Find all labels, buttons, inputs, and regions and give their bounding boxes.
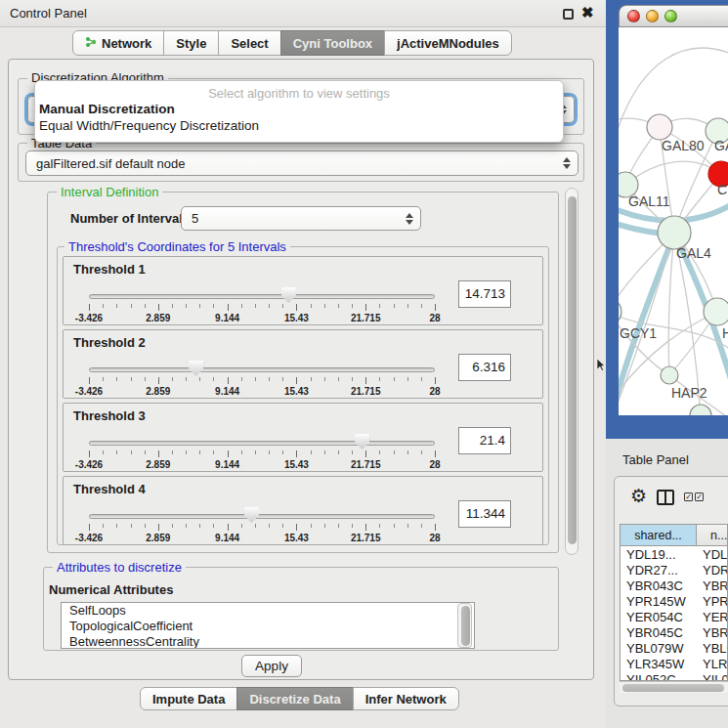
table-row[interactable]: YLR345WYLR3 <box>621 656 728 671</box>
network-node-gal80[interactable] <box>647 114 672 140</box>
attribute-list-item[interactable]: TopologicalCoefficient <box>62 619 474 634</box>
cell-name[interactable]: YLR3 <box>703 657 728 671</box>
threshold-slider-track[interactable] <box>89 294 435 299</box>
popup-item-equal-width-frequency[interactable]: Equal Width/Frequency Discretization <box>35 117 563 134</box>
tab-network[interactable]: Network <box>72 30 164 56</box>
attributes-list-scrollbar[interactable] <box>457 603 472 648</box>
attribute-list-item[interactable]: BetweennessCentrality <box>62 634 474 649</box>
cell-name[interactable]: YDL1 <box>703 547 728 562</box>
cell-shared-name[interactable]: YER054C <box>626 610 683 624</box>
gear-icon[interactable]: ⚙ <box>630 487 647 505</box>
threshold-label: Threshold 3 <box>73 408 146 423</box>
threshold-slider-track[interactable] <box>89 514 435 519</box>
control-panel-window: Control Panel ✖ Network Style Select Cyn… <box>0 0 606 728</box>
table-hscrollbar-thumb[interactable] <box>622 684 724 692</box>
close-icon[interactable]: ✖ <box>581 4 594 21</box>
table-row[interactable]: YBR043CYBR0 <box>621 578 728 593</box>
threshold-value-field[interactable]: 6.316 <box>458 354 511 381</box>
cell-name[interactable]: YBL0 <box>703 641 728 656</box>
network-canvas[interactable]: GAL80GACGAL11GAL4GCY1HHAP2 <box>619 27 728 415</box>
cell-shared-name[interactable]: YBR043C <box>626 578 683 593</box>
column-layout-icon[interactable] <box>657 490 674 505</box>
threshold-slider-thumb[interactable] <box>189 361 203 376</box>
settings-scrollbar[interactable] <box>565 188 578 555</box>
network-window-titlebar[interactable] <box>619 5 728 27</box>
numerical-attributes-list[interactable]: SelfLoopsTopologicalCoefficientBetweenne… <box>61 602 475 649</box>
threshold-label: Threshold 2 <box>73 335 146 350</box>
tab-style[interactable]: Style <box>163 30 219 56</box>
threshold-value-field[interactable]: 21.4 <box>458 427 511 454</box>
tab-select[interactable]: Select <box>218 30 280 56</box>
network-canvas-svg: GAL80GACGAL11GAL4GCY1HHAP2 <box>619 27 728 415</box>
node-table[interactable]: shared... n... YDL19...YDL1YDR27...YDR2Y… <box>620 524 728 681</box>
tab-cyni-toolbox[interactable]: Cyni Toolbox <box>280 30 385 56</box>
table-row[interactable]: YIL052CYIL0 <box>621 671 728 681</box>
combo-arrows-icon <box>406 213 413 225</box>
mouse-cursor <box>597 358 606 375</box>
tab-label: Infer Network <box>365 692 447 707</box>
minimize-traffic-light[interactable] <box>646 10 659 22</box>
checkbox-icon[interactable]: ✓ <box>695 492 704 501</box>
node-label-red-node: C <box>717 182 727 197</box>
column-header-name[interactable]: n... <box>697 525 728 546</box>
network-node-gal4[interactable] <box>658 216 691 249</box>
cell-name[interactable]: YBR0 <box>703 578 728 593</box>
threshold-slider-track[interactable] <box>89 441 435 446</box>
network-node-right-mid[interactable] <box>704 298 728 325</box>
table-row[interactable]: YBL079WYBL0 <box>621 640 728 656</box>
tab-label: Discretize Data <box>249 692 340 707</box>
cell-shared-name[interactable]: YIL052C <box>626 672 676 681</box>
threshold-value-field[interactable]: 14.713 <box>458 280 511 308</box>
table-hscrollbar[interactable] <box>620 681 728 693</box>
table-row[interactable]: YPR145WYPR1 <box>621 593 728 609</box>
table-row[interactable]: YDR27...YDR2 <box>621 562 728 578</box>
float-window-icon[interactable] <box>563 9 574 20</box>
node-label-top-right: GA <box>714 138 728 153</box>
attribute-list-item[interactable]: SelfLoops <box>62 603 474 619</box>
combo-arrows-icon <box>563 157 571 169</box>
table-row[interactable]: YBR045CYBR0 <box>621 624 728 640</box>
threshold-slider-track[interactable] <box>89 367 435 372</box>
tab-jactivemnodules[interactable]: jActiveMNodules <box>384 30 512 56</box>
node-label-gcy1: GCY1 <box>620 325 657 341</box>
table-data-combobox[interactable]: galFiltered.sif default node <box>25 150 578 176</box>
threshold-value-field[interactable]: 11.344 <box>458 500 511 528</box>
cell-shared-name[interactable]: YLR345W <box>626 657 684 671</box>
settings-scrollbar-thumb[interactable] <box>568 196 577 544</box>
node-label-gal80: GAL80 <box>662 138 705 153</box>
tab-impute-data[interactable]: Impute Data <box>140 687 237 710</box>
cell-name[interactable]: YIL0 <box>703 672 728 681</box>
network-node-bottom-node[interactable] <box>690 405 711 415</box>
cell-shared-name[interactable]: YDL19... <box>626 547 676 562</box>
apply-button[interactable]: Apply <box>241 655 302 677</box>
node-label-hap2: HAP2 <box>671 385 707 401</box>
checkbox-icon[interactable]: ✓ <box>684 492 693 501</box>
table-row[interactable]: YDL19...YDL1 <box>621 546 728 562</box>
table-row[interactable]: YER054CYER0 <box>621 609 728 624</box>
close-traffic-light[interactable] <box>627 10 640 22</box>
zoom-traffic-light[interactable] <box>664 10 677 22</box>
tab-infer-network[interactable]: Infer Network <box>353 687 459 710</box>
window-title: Control Panel <box>10 6 87 21</box>
network-node-gcy1[interactable] <box>619 298 621 325</box>
threshold-panel: Threshold 1 -3.4262.8599.14415.4321.7152… <box>63 256 543 325</box>
tab-discretize-data[interactable]: Discretize Data <box>236 687 353 710</box>
popup-item-manual-discretization[interactable]: Manual Discretization <box>35 101 563 117</box>
cell-name[interactable]: YBR0 <box>703 625 728 640</box>
cell-name[interactable]: YDR2 <box>703 563 728 578</box>
cell-shared-name[interactable]: YDR27... <box>626 563 678 578</box>
threshold-slider-thumb[interactable] <box>244 507 259 523</box>
cell-shared-name[interactable]: YBR045C <box>626 625 683 640</box>
threshold-slider-thumb[interactable] <box>355 434 369 450</box>
screenshot-root: Control Panel ✖ Network Style Select Cyn… <box>0 0 728 728</box>
node-label-gal11: GAL11 <box>628 193 670 209</box>
network-node-hap2[interactable] <box>661 366 678 384</box>
cell-name[interactable]: YPR1 <box>703 594 728 609</box>
cell-name[interactable]: YER0 <box>703 610 728 624</box>
cell-shared-name[interactable]: YPR145W <box>626 594 686 609</box>
number-of-intervals-combobox[interactable]: 5 <box>181 206 421 231</box>
cell-shared-name[interactable]: YBL079W <box>626 641 684 656</box>
attributes-list-scrollbar-thumb[interactable] <box>461 606 470 646</box>
threshold-slider-thumb[interactable] <box>281 287 296 303</box>
column-header-shared-name[interactable]: shared... <box>621 525 697 546</box>
